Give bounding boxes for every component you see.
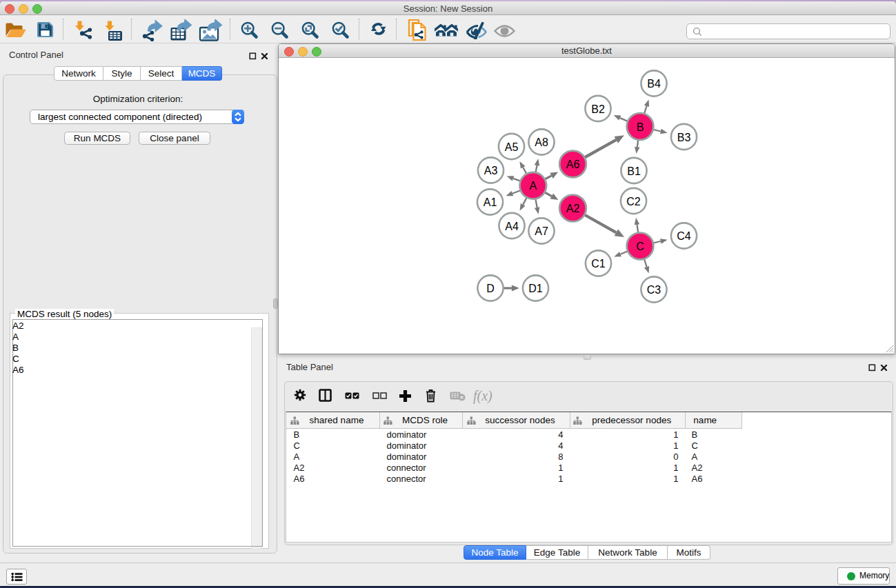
svg-text:A3: A3 bbox=[484, 165, 497, 176]
svg-text:C4: C4 bbox=[677, 230, 691, 242]
svg-text:A: A bbox=[529, 180, 537, 192]
svg-text:B1: B1 bbox=[627, 165, 641, 176]
svg-text:B2: B2 bbox=[591, 103, 605, 114]
svg-text:A7: A7 bbox=[535, 225, 548, 237]
svg-text:A4: A4 bbox=[505, 220, 519, 232]
svg-text:D: D bbox=[486, 283, 495, 294]
svg-text:A2: A2 bbox=[566, 203, 579, 214]
svg-text:A8: A8 bbox=[535, 136, 548, 148]
svg-text:C: C bbox=[636, 241, 644, 252]
svg-text:B4: B4 bbox=[647, 78, 661, 90]
svg-text:A1: A1 bbox=[483, 196, 497, 208]
svg-text:C2: C2 bbox=[626, 195, 641, 207]
svg-text:B3: B3 bbox=[677, 131, 690, 143]
svg-text:B: B bbox=[636, 121, 644, 132]
svg-text:D1: D1 bbox=[528, 283, 543, 294]
svg-text:A6: A6 bbox=[566, 159, 579, 170]
svg-text:C1: C1 bbox=[591, 258, 606, 270]
svg-text:C3: C3 bbox=[646, 284, 661, 296]
svg-text:A5: A5 bbox=[504, 141, 518, 152]
